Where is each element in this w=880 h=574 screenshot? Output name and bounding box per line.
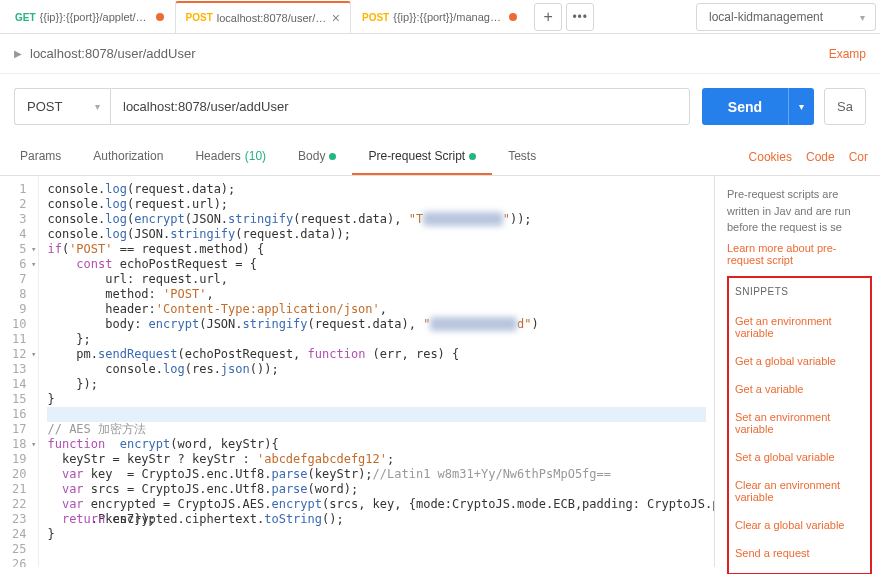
tab-method: POST	[362, 12, 389, 23]
new-tab-button[interactable]: +	[534, 3, 562, 31]
examples-link[interactable]: Examp	[829, 47, 866, 61]
url-input[interactable]: localhost:8078/user/addUser	[110, 88, 690, 125]
snippet-item[interactable]: Clear an environment variable	[735, 471, 864, 511]
tab-headers[interactable]: Headers (10)	[179, 139, 282, 175]
code-editor[interactable]: 1234567891011121314151617181920212223242…	[0, 176, 715, 567]
snippet-item[interactable]: Send a request	[735, 539, 864, 567]
body-modified-icon	[329, 153, 336, 160]
prereq-modified-icon	[469, 153, 476, 160]
tab-method: POST	[186, 12, 213, 23]
more-tabs-button[interactable]: •••	[566, 3, 594, 31]
code-content[interactable]: console.log(request.data);console.log(re…	[39, 176, 714, 567]
tab-label: localhost:8078/user/add...	[217, 12, 327, 24]
request-name: localhost:8078/user/addUser	[30, 46, 196, 61]
snippet-item[interactable]: Clear a global variable	[735, 511, 864, 539]
snippets-panel: SNIPPETS Get an environment variableGet …	[727, 276, 872, 575]
close-icon[interactable]: ×	[332, 10, 340, 26]
gutter: 1234567891011121314151617181920212223242…	[0, 176, 39, 567]
save-button[interactable]: Sa	[824, 88, 866, 125]
request-tab-2[interactable]: POST {{ip}}:{{port}}/managem...	[351, 1, 528, 33]
tab-label: {{ip}}:{{port}}/managem...	[393, 11, 503, 23]
send-button[interactable]: Send	[702, 88, 788, 125]
snippet-item[interactable]: Set a global variable	[735, 443, 864, 471]
tab-authorization[interactable]: Authorization	[77, 139, 179, 175]
comments-link[interactable]: Cor	[849, 150, 868, 164]
tab-label: {{ip}}:{{port}}/applet/cont...	[40, 11, 150, 23]
http-method-select[interactable]: POST	[14, 88, 110, 125]
cookies-link[interactable]: Cookies	[749, 150, 792, 164]
send-options-button[interactable]: ▾	[788, 88, 814, 125]
tab-body[interactable]: Body	[282, 139, 352, 175]
snippet-item[interactable]: Get a variable	[735, 375, 864, 403]
snippet-item[interactable]: Set an environment variable	[735, 403, 864, 443]
snippet-item[interactable]: Get an environment variable	[735, 307, 864, 347]
tab-tests[interactable]: Tests	[492, 139, 552, 175]
chevron-right-icon: ▶	[14, 48, 22, 59]
snippet-item[interactable]: Get a global variable	[735, 347, 864, 375]
help-text: Pre-request scripts are written in Jav a…	[727, 186, 872, 236]
request-tab-0[interactable]: GET {{ip}}:{{port}}/applet/cont...	[4, 1, 175, 33]
learn-more-link[interactable]: Learn more about pre-request script	[727, 242, 872, 266]
environment-select[interactable]: local-kidmanagement	[696, 3, 876, 31]
code-link[interactable]: Code	[806, 150, 835, 164]
tab-pre-request-script[interactable]: Pre-request Script	[352, 139, 492, 175]
tab-params[interactable]: Params	[4, 139, 77, 175]
modified-dot-icon	[509, 13, 517, 21]
tab-method: GET	[15, 12, 36, 23]
snippets-title: SNIPPETS	[735, 286, 864, 297]
modified-dot-icon	[156, 13, 164, 21]
request-tab-1[interactable]: POST localhost:8078/user/add... ×	[175, 1, 351, 33]
headers-count: (10)	[245, 149, 266, 163]
